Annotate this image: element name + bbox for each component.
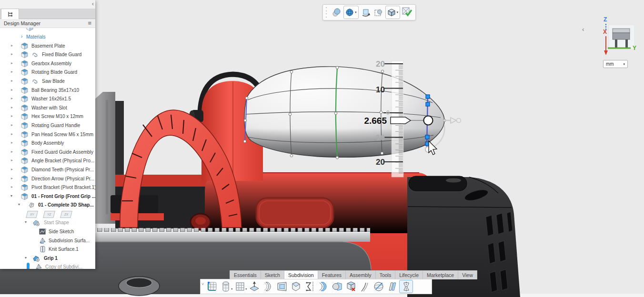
tree-item-part-linked[interactable]: ▸ Saw Blade — [0, 77, 95, 86]
expander-icon[interactable]: ▸ — [11, 132, 13, 136]
tree-item-part[interactable]: ▸ Basement Plate — [0, 42, 95, 51]
tree-item-copy-of-subdivision[interactable]: Copy of Subdivi... — [0, 263, 95, 269]
subdivision-surface-tool[interactable] — [205, 280, 219, 293]
view-orientation-button[interactable]: ▾ — [385, 6, 401, 19]
xy-plane-icon: XY — [26, 211, 38, 218]
expander-icon[interactable]: ▸ — [11, 69, 13, 74]
tab-lifecycle[interactable]: Lifecycle — [395, 270, 423, 279]
zx-plane-icon: ZX — [60, 211, 72, 218]
expander-icon[interactable]: ▸ — [11, 140, 13, 145]
finish-check-icon[interactable] — [402, 6, 413, 19]
tree-item-part[interactable]: ▸ Gearbox Assembly — [0, 59, 95, 69]
tree-item-grip-1[interactable]: ▾ Grip 1 — [0, 254, 95, 263]
widget-collapse-icon[interactable]: ‹ — [582, 26, 584, 33]
panel-collapse-icon[interactable]: ‹ — [92, 0, 94, 7]
tree-item-part[interactable]: ▸ Ball Bearing 35x17x10 — [0, 86, 95, 95]
chevron-right-icon[interactable]: › — [21, 34, 22, 39]
tree-item-knit-surface[interactable]: Knit Surface.1 — [0, 245, 95, 254]
design-manager-panel: ‹ Design Manager ≡ › Materials ▸ Basemen… — [0, 0, 95, 269]
inset-face-tool[interactable] — [275, 280, 289, 293]
expander-open-icon[interactable]: ▾ — [18, 202, 20, 207]
tree-item-side-sketch[interactable]: Side Sketch — [0, 228, 95, 237]
mirror-shape-tool[interactable] — [385, 280, 399, 293]
expander-open-icon[interactable]: ▾ — [25, 256, 27, 260]
tree-item-part[interactable]: ▸ Washer 16x26x1.5 — [0, 95, 95, 104]
tree-item-part[interactable]: ▸ Pan Head Screw M6 x 15mm — [0, 130, 95, 139]
tab-tools[interactable]: Tools — [376, 270, 396, 279]
tree-item-part[interactable]: ▸ Rotating Blade Guard — [0, 68, 95, 77]
expander-icon[interactable]: ▸ — [11, 158, 13, 162]
expander-icon[interactable]: ▸ — [11, 185, 13, 189]
thicken-surface-tool[interactable] — [316, 280, 330, 293]
tab-essentials[interactable]: Essentials — [230, 270, 261, 279]
expander-icon[interactable]: ▸ — [11, 88, 13, 92]
tree-item-part[interactable]: ▸ Direction Arrow (Physical Pr... — [0, 175, 95, 184]
caret-down-icon[interactable]: ▾ — [245, 287, 247, 290]
tree-item-part[interactable]: ▸ Angle Bracket (Physical Pro... — [0, 157, 95, 166]
design-tree: › Materials ▸ Basement Plate ▸ Fixed Bla… — [0, 28, 95, 269]
tree-item-part[interactable]: ▸ Hex Screw M10 x 12mm — [0, 112, 95, 121]
cylinder-primitive-tool[interactable] — [219, 280, 232, 293]
ruler-label: 20 — [376, 59, 385, 69]
tree-item-start-shape[interactable]: ▾ Start Shape — [0, 218, 95, 228]
tree-item-part-linked[interactable]: ▸ Fixed Blade Guard — [0, 50, 95, 59]
crease-edge-tool[interactable] — [289, 280, 302, 293]
caret-down-icon[interactable]: ▾ — [231, 287, 232, 290]
design-tree-tab[interactable] — [1, 9, 19, 19]
expander-icon[interactable]: ▸ — [11, 105, 13, 109]
extrude-face-tool[interactable] — [247, 280, 261, 293]
flex-curve-tool[interactable] — [358, 280, 372, 293]
design-tree-icon — [7, 11, 13, 17]
display-style-button[interactable]: ▾ — [343, 6, 359, 19]
sphere-project-tool[interactable] — [372, 280, 385, 293]
start-shape-icon — [32, 219, 40, 226]
expander-icon[interactable]: ▸ — [11, 176, 13, 180]
expander-open-icon[interactable]: ▾ — [10, 194, 12, 198]
view-cube-icon — [387, 8, 396, 17]
merge-faces-tool[interactable] — [330, 280, 344, 293]
viewport-3d[interactable]: 20 10 0 2.665 10 20 — [0, 0, 644, 297]
tab-subdivision[interactable]: Subdivision — [284, 270, 318, 279]
tree-item-complete-3d-shape[interactable]: ▾ 01 - Complete 3D Shap... — [0, 201, 95, 210]
orientation-widget[interactable]: ‹ Z X Y — [580, 17, 637, 55]
tree-item-materials[interactable]: › Materials — [0, 33, 95, 42]
expander-icon[interactable]: ▸ — [11, 114, 13, 118]
tree-item-part[interactable]: ▸ Pivot Bracket (Pivot Bracket.1) — [0, 183, 95, 192]
bridge-edges-tool[interactable] — [302, 280, 316, 293]
drag-handle-icon[interactable] — [326, 7, 329, 18]
tree-item-front-grip[interactable]: ▾ 01 - Front Grip (Front Grip ... — [0, 192, 95, 201]
toolbar-collapse-icon[interactable]: ˅ — [201, 282, 204, 287]
expander-icon[interactable]: ▸ — [11, 79, 13, 83]
panel-menu-icon[interactable]: ≡ — [88, 20, 91, 27]
expander-icon[interactable]: ▸ — [11, 96, 13, 100]
tab-view[interactable]: View — [458, 270, 477, 279]
tab-features[interactable]: Features — [318, 270, 346, 279]
units-dropdown[interactable]: mm ▾ — [603, 60, 628, 68]
expander-icon[interactable]: ▸ — [11, 52, 13, 56]
tree-item-part[interactable]: ▸ Diamond Teeth (Physical Pr... — [0, 166, 95, 175]
selection-indicator — [27, 263, 30, 269]
z-axis-label: Z — [604, 16, 607, 23]
tab-assembly[interactable]: Assembly — [346, 270, 376, 279]
symmetry-tool[interactable] — [399, 280, 413, 293]
tree-item-part[interactable]: ▸ Rotating Guard Handle — [0, 121, 95, 130]
selection-paste-icon[interactable] — [372, 6, 384, 19]
tab-marketplace[interactable]: Marketplace — [423, 270, 458, 279]
tree-item-part[interactable]: ▸ Washer with Slot — [0, 104, 95, 113]
expander-open-icon[interactable]: ▾ — [25, 220, 27, 224]
tree-item-part[interactable]: ▸ Body Assembly — [0, 139, 95, 148]
tree-item-datum-planes[interactable]: XY YZ ZX — [0, 210, 95, 219]
shaded-sphere-icon[interactable] — [331, 6, 342, 19]
bend-face-tool[interactable] — [261, 280, 275, 293]
expander-icon[interactable]: ▸ — [11, 43, 13, 48]
expander-icon[interactable]: ▸ — [11, 61, 13, 65]
tab-sketch[interactable]: Sketch — [261, 270, 284, 279]
tree-item-subdivision-surface[interactable]: Subdivision Surfa... — [0, 237, 95, 246]
expander-icon[interactable]: ▸ — [11, 149, 13, 154]
delete-face-tool[interactable] — [344, 280, 358, 293]
rotate-view-icon[interactable] — [360, 6, 372, 19]
box-primitive-tool[interactable] — [233, 280, 247, 293]
expander-icon[interactable]: ▸ — [11, 167, 13, 171]
tree-item-part[interactable]: ▸ Fixed Guard Guide Assembly — [0, 148, 95, 157]
expander-icon[interactable]: ▸ — [11, 123, 13, 127]
